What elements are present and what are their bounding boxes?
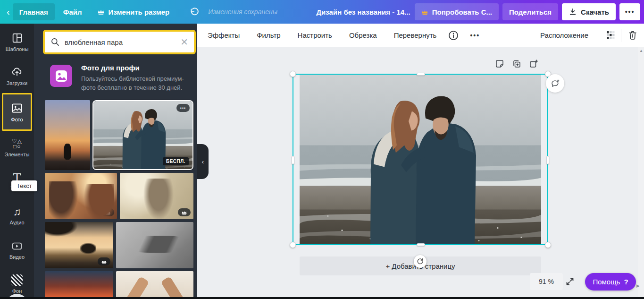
sidebar-item-elements[interactable]: ♡△ □○ Элементы: [0, 131, 34, 165]
notes-icon[interactable]: [494, 59, 505, 69]
promo-photo-icon: [54, 69, 68, 83]
tool-effects[interactable]: Эффекты: [203, 31, 244, 39]
toolbar-more-button[interactable]: •••: [470, 32, 480, 39]
tool-adjust[interactable]: Настроить: [293, 31, 337, 39]
templates-icon: [11, 32, 23, 44]
promo-description: Пользуйтесь библиотекой премиум- фото бе…: [81, 74, 184, 92]
transparency-icon[interactable]: [605, 30, 616, 41]
resize-handle-n[interactable]: [417, 73, 425, 76]
crown-icon: [97, 9, 105, 15]
resize-handle-s[interactable]: [417, 243, 425, 246]
duplicate-page-icon[interactable]: [511, 59, 522, 69]
comment-bubble-icon: [550, 78, 560, 89]
photo-thumb[interactable]: [116, 222, 193, 268]
help-label: Помощь: [593, 278, 620, 286]
try-pro-label: Попробовать С...: [432, 8, 492, 16]
thumb-more-button[interactable]: •••: [176, 104, 190, 112]
crown-icon: [101, 259, 107, 264]
resize-handle-se[interactable]: [545, 242, 551, 248]
sidebar-item-audio[interactable]: ♫ Аудио: [0, 199, 34, 233]
photo-thumb[interactable]: [45, 173, 117, 219]
sidebar-label: Загрузки: [7, 80, 27, 86]
resize-handle-w[interactable]: [292, 156, 294, 164]
selected-image[interactable]: [293, 74, 548, 245]
position-button[interactable]: Расположение: [535, 31, 593, 39]
audio-icon: ♫: [13, 207, 21, 217]
free-badge: БЕСПЛ.: [163, 157, 189, 165]
photo-thumb[interactable]: [45, 271, 113, 299]
photo-thumb[interactable]: [116, 271, 193, 299]
more-dots: •••: [625, 8, 635, 16]
sidebar-label: Видео: [9, 254, 25, 260]
download-icon: [569, 8, 577, 16]
divider: [464, 29, 464, 42]
crown-gold-icon: [421, 9, 428, 15]
resize-handle-e[interactable]: [546, 156, 549, 164]
sidebar-label: Шаблоны: [6, 46, 29, 52]
rotate-handle[interactable]: [414, 255, 427, 268]
photo-thumb[interactable]: [120, 173, 193, 219]
photo-thumb[interactable]: [45, 222, 113, 268]
resize-button[interactable]: Изменить размер: [91, 3, 176, 20]
search-input[interactable]: [65, 38, 176, 46]
save-status: Изменения сохранены: [208, 8, 277, 16]
resize-handle-nw[interactable]: [290, 71, 296, 77]
photos-panel: ✕ Фото для профи Пользуйтесь библиотекой…: [34, 24, 197, 299]
resize-label: Изменить размер: [109, 8, 170, 16]
scroll-right-arrow[interactable]: ▶: [636, 283, 640, 288]
add-comment-button[interactable]: [546, 74, 564, 93]
trash-icon[interactable]: [627, 30, 638, 41]
resize-handle-sw[interactable]: [290, 242, 296, 248]
tool-crop[interactable]: Обрезка: [344, 31, 382, 39]
window-edge: [0, 297, 644, 299]
topbar-more-button[interactable]: •••: [619, 3, 640, 20]
canvas-area[interactable]: + Добавить страницу 91 % Помощь ? ▲ ▶: [197, 47, 644, 299]
home-button[interactable]: Главная: [13, 3, 55, 20]
sidebar-label: Фон: [12, 288, 22, 294]
search-icon: [50, 37, 60, 47]
premium-badge: [98, 257, 110, 265]
collapse-panel-button[interactable]: ‹: [197, 144, 209, 179]
sidebar-label: Аудио: [9, 220, 24, 225]
sidebar-item-uploads[interactable]: Загрузки: [0, 59, 34, 93]
premium-badge: [101, 208, 114, 216]
document-title[interactable]: Дизайн без названия - 14...: [302, 8, 425, 16]
promo-title[interactable]: Фото для профи: [81, 64, 140, 72]
help-button[interactable]: Помощь ?: [585, 273, 636, 290]
zoom-level[interactable]: 91 %: [530, 273, 563, 290]
undo-icon[interactable]: [188, 7, 199, 17]
back-chevron-icon[interactable]: ‹: [7, 7, 10, 17]
add-page-icon[interactable]: [528, 59, 539, 69]
sidebar-label: Фото: [11, 117, 23, 122]
upload-cloud-icon: [11, 66, 23, 78]
clear-search-icon[interactable]: ✕: [180, 36, 188, 48]
background-icon: [11, 274, 23, 286]
file-label: Файл: [63, 8, 82, 16]
try-pro-button[interactable]: Попробовать С...: [415, 3, 499, 20]
vertical-scrollbar[interactable]: [638, 47, 644, 299]
top-bar: ‹ Главная Файл Изменить размер Изменения…: [0, 0, 644, 24]
search-box[interactable]: ✕: [43, 30, 196, 54]
info-icon[interactable]: [448, 30, 459, 41]
share-button[interactable]: Поделиться: [502, 3, 558, 20]
tool-filter[interactable]: Фильтр: [252, 31, 285, 39]
premium-badge: [178, 208, 191, 216]
fullscreen-icon[interactable]: [565, 277, 575, 288]
photo-icon: [11, 102, 23, 114]
photo-thumb-selected[interactable]: ••• БЕСПЛ.: [92, 100, 193, 170]
tool-flip[interactable]: Перевернуть: [389, 31, 442, 39]
crown-icon: [181, 210, 187, 215]
video-icon: [11, 240, 23, 252]
share-label: Поделиться: [509, 8, 552, 16]
download-button[interactable]: Скачать: [562, 3, 616, 20]
sidebar-item-photos[interactable]: Фото: [2, 93, 32, 131]
beach-couple-photo[interactable]: [300, 75, 541, 244]
sidebar-item-templates[interactable]: Шаблоны: [0, 25, 34, 59]
file-menu-button[interactable]: Файл: [57, 3, 89, 20]
sidebar-item-video[interactable]: Видео: [0, 233, 34, 267]
download-label: Скачать: [581, 8, 609, 16]
pro-photos-promo-icon[interactable]: [50, 65, 72, 87]
photo-thumb[interactable]: [45, 100, 90, 170]
scroll-up-arrow[interactable]: ▲: [639, 49, 643, 53]
sidebar-label: Элементы: [5, 152, 30, 157]
